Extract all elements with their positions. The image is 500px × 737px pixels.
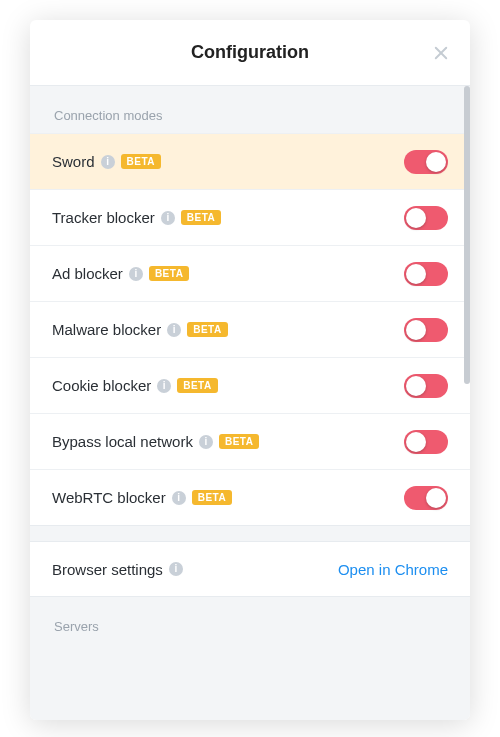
row-webrtc-blocker: WebRTC blocker i BETA [30, 469, 470, 525]
row-browser-settings: Browser settings i Open in Chrome [30, 541, 470, 597]
open-in-chrome-link[interactable]: Open in Chrome [338, 561, 448, 578]
toggle-knob [426, 488, 446, 508]
beta-badge: BETA [149, 266, 189, 281]
row-tracker-blocker: Tracker blocker i BETA [30, 189, 470, 245]
section-divider [30, 525, 470, 541]
row-sword: Sword i BETA [30, 133, 470, 189]
row-label-sword: Sword [52, 153, 95, 170]
info-icon[interactable]: i [199, 435, 213, 449]
info-icon[interactable]: i [157, 379, 171, 393]
info-icon[interactable]: i [161, 211, 175, 225]
panel-body: Connection modes Sword i BETA Tracker bl… [30, 86, 470, 720]
scrollbar-thumb[interactable] [464, 86, 470, 384]
section-header-servers: Servers [30, 597, 470, 644]
row-label-cookie: Cookie blocker [52, 377, 151, 394]
row-label-webrtc: WebRTC blocker [52, 489, 166, 506]
row-left: Browser settings i [52, 561, 183, 578]
toggle-knob [406, 432, 426, 452]
row-left: Cookie blocker i BETA [52, 377, 218, 394]
toggle-webrtc-blocker[interactable] [404, 486, 448, 510]
row-left: Malware blocker i BETA [52, 321, 228, 338]
row-label-tracker: Tracker blocker [52, 209, 155, 226]
toggle-tracker-blocker[interactable] [404, 206, 448, 230]
configuration-panel: Configuration Connection modes Sword i B… [30, 20, 470, 720]
row-label-bypass: Bypass local network [52, 433, 193, 450]
beta-badge: BETA [181, 210, 221, 225]
page-title: Configuration [191, 42, 309, 63]
toggle-sword[interactable] [404, 150, 448, 174]
info-icon[interactable]: i [169, 562, 183, 576]
toggle-cookie-blocker[interactable] [404, 374, 448, 398]
row-left: Ad blocker i BETA [52, 265, 189, 282]
toggle-knob [406, 264, 426, 284]
info-icon[interactable]: i [129, 267, 143, 281]
close-icon [432, 44, 450, 62]
row-left: Sword i BETA [52, 153, 161, 170]
toggle-knob [406, 208, 426, 228]
beta-badge: BETA [219, 434, 259, 449]
info-icon[interactable]: i [172, 491, 186, 505]
beta-badge: BETA [187, 322, 227, 337]
row-label-browser: Browser settings [52, 561, 163, 578]
section-header-connection-modes: Connection modes [30, 86, 470, 133]
panel-header: Configuration [30, 20, 470, 86]
row-left: Tracker blocker i BETA [52, 209, 221, 226]
toggle-knob [406, 376, 426, 396]
beta-badge: BETA [121, 154, 161, 169]
beta-badge: BETA [192, 490, 232, 505]
beta-badge: BETA [177, 378, 217, 393]
toggle-malware-blocker[interactable] [404, 318, 448, 342]
toggle-bypass-local-network[interactable] [404, 430, 448, 454]
row-label-malware: Malware blocker [52, 321, 161, 338]
row-cookie-blocker: Cookie blocker i BETA [30, 357, 470, 413]
info-icon[interactable]: i [167, 323, 181, 337]
row-ad-blocker: Ad blocker i BETA [30, 245, 470, 301]
row-left: Bypass local network i BETA [52, 433, 259, 450]
row-left: WebRTC blocker i BETA [52, 489, 232, 506]
row-label-ad: Ad blocker [52, 265, 123, 282]
row-malware-blocker: Malware blocker i BETA [30, 301, 470, 357]
toggle-knob [406, 320, 426, 340]
row-bypass-local-network: Bypass local network i BETA [30, 413, 470, 469]
close-button[interactable] [426, 38, 456, 68]
info-icon[interactable]: i [101, 155, 115, 169]
toggle-ad-blocker[interactable] [404, 262, 448, 286]
toggle-knob [426, 152, 446, 172]
